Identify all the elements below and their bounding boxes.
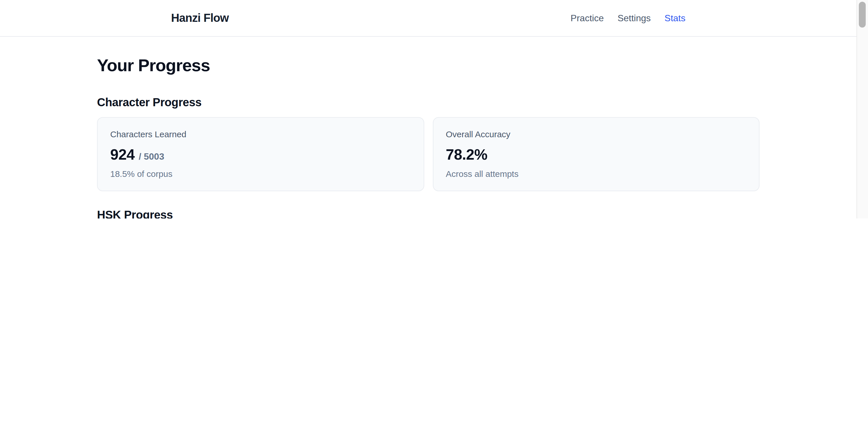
stat-total: / 5003 xyxy=(138,152,164,162)
scrollbar-track[interactable] xyxy=(857,0,868,218)
app-logo[interactable]: Hanzi Flow xyxy=(171,11,229,25)
app-header: Hanzi Flow Practice Settings Stats xyxy=(0,0,868,37)
hsk-progress-heading: HSK Progress xyxy=(97,208,760,218)
main-nav: Practice Settings Stats xyxy=(570,13,685,23)
stat-label: Characters Learned xyxy=(110,129,411,140)
app-window: Hanzi Flow Practice Settings Stats Your … xyxy=(0,0,868,218)
scrollbar-thumb[interactable] xyxy=(859,2,866,28)
stat-value: 78.2% xyxy=(446,146,487,163)
stat-value: 924 xyxy=(110,146,135,163)
stat-subtext: Across all attempts xyxy=(446,168,746,180)
stat-label: Overall Accuracy xyxy=(446,129,746,140)
character-progress-section: Characters Learned 924 / 5003 18.5% of c… xyxy=(97,117,760,191)
overall-accuracy-card: Overall Accuracy 78.2% Across all attemp… xyxy=(433,117,760,191)
character-progress-heading: Character Progress xyxy=(97,95,760,109)
nav-stats[interactable]: Stats xyxy=(664,13,685,23)
nav-practice[interactable]: Practice xyxy=(570,13,604,23)
page-title: Your Progress xyxy=(97,55,760,76)
characters-learned-card: Characters Learned 924 / 5003 18.5% of c… xyxy=(97,117,424,191)
stat-subtext: 18.5% of corpus xyxy=(110,168,411,180)
nav-settings[interactable]: Settings xyxy=(617,13,651,23)
main-content: Your Progress Character Progress Charact… xyxy=(0,55,868,218)
